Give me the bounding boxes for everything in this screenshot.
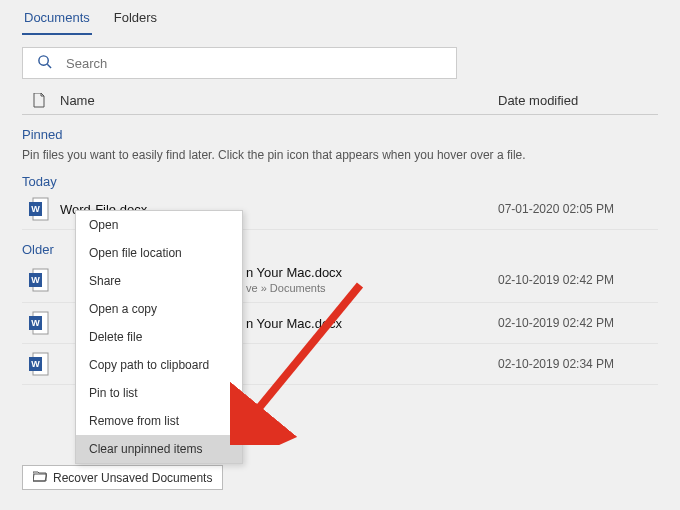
ctx-open-location[interactable]: Open file location	[76, 239, 242, 267]
tab-bar: Documents Folders	[22, 0, 658, 35]
word-icon: W	[22, 311, 56, 335]
svg-text:W: W	[31, 275, 40, 285]
section-today-title: Today	[22, 174, 658, 189]
folder-open-icon	[33, 470, 47, 485]
column-date[interactable]: Date modified	[498, 93, 658, 108]
file-name: n Your Mac.docx	[246, 316, 498, 331]
recover-label: Recover Unsaved Documents	[53, 471, 212, 485]
word-icon: W	[22, 268, 56, 292]
section-pinned-title: Pinned	[22, 127, 658, 142]
search-input[interactable]	[66, 56, 442, 71]
file-date: 02-10-2019 02:34 PM	[498, 357, 658, 371]
word-icon: W	[22, 197, 56, 221]
ctx-open[interactable]: Open	[76, 211, 242, 239]
ctx-delete-file[interactable]: Delete file	[76, 323, 242, 351]
file-type-icon	[22, 93, 56, 108]
word-icon: W	[22, 352, 56, 376]
search-box[interactable]	[22, 47, 457, 79]
ctx-share[interactable]: Share	[76, 267, 242, 295]
tab-folders[interactable]: Folders	[112, 6, 159, 35]
search-icon	[37, 54, 52, 72]
svg-text:W: W	[31, 359, 40, 369]
context-menu: Open Open file location Share Open a cop…	[75, 210, 243, 464]
column-headers: Name Date modified	[22, 93, 658, 115]
file-path: ve » Documents	[246, 282, 498, 294]
svg-text:W: W	[31, 318, 40, 328]
file-date: 02-10-2019 02:42 PM	[498, 316, 658, 330]
ctx-clear-unpinned[interactable]: Clear unpinned items	[76, 435, 242, 463]
file-date: 02-10-2019 02:42 PM	[498, 273, 658, 287]
file-name: n Your Mac.docx	[246, 265, 498, 280]
pinned-hint: Pin files you want to easily find later.…	[22, 148, 658, 162]
ctx-copy-path[interactable]: Copy path to clipboard	[76, 351, 242, 379]
svg-text:W: W	[31, 204, 40, 214]
recover-unsaved-button[interactable]: Recover Unsaved Documents	[22, 465, 223, 490]
ctx-pin-to-list[interactable]: Pin to list	[76, 379, 242, 407]
svg-line-1	[47, 64, 51, 68]
ctx-open-copy[interactable]: Open a copy	[76, 295, 242, 323]
tab-documents[interactable]: Documents	[22, 6, 92, 35]
svg-point-0	[39, 56, 48, 65]
column-name[interactable]: Name	[56, 93, 498, 108]
file-date: 07-01-2020 02:05 PM	[498, 202, 658, 216]
ctx-remove-from-list[interactable]: Remove from list	[76, 407, 242, 435]
